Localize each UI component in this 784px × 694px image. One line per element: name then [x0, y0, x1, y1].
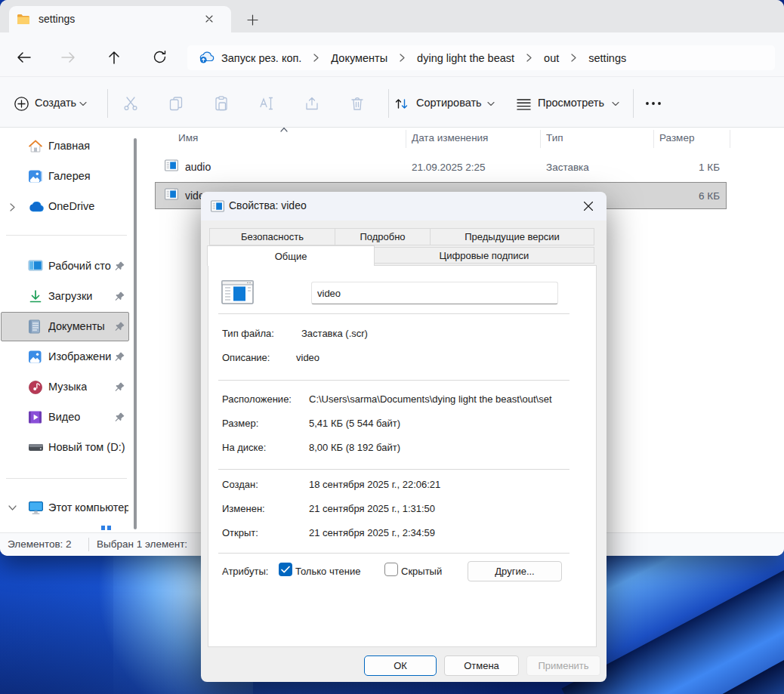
tab-general[interactable]: Общие — [207, 245, 375, 266]
screensaver-file-icon — [211, 200, 224, 212]
back-icon[interactable] — [15, 49, 32, 66]
refresh-icon[interactable] — [152, 49, 168, 65]
new-button[interactable]: Создать — [35, 97, 76, 109]
more-icon[interactable] — [645, 101, 662, 106]
videos-icon — [28, 410, 43, 425]
new-tab-button[interactable] — [247, 14, 258, 26]
home-icon — [28, 139, 43, 154]
sidebar-item-home[interactable]: Главная — [0, 132, 133, 161]
breadcrumb-item[interactable]: out — [544, 52, 559, 64]
sidebar-item-onedrive[interactable]: OneDrive — [0, 193, 133, 221]
tab-details[interactable]: Подробно — [335, 228, 431, 245]
chevron-right-icon[interactable] — [10, 203, 15, 211]
breadcrumb-item[interactable]: Запуск рез. коп. — [221, 52, 301, 64]
sidebar-item-label: Рабочий сто — [48, 260, 111, 272]
share-icon[interactable] — [304, 95, 320, 112]
file-date: 21.09.2025 2:25 — [412, 162, 486, 173]
field-label: Тип файла: — [222, 328, 274, 340]
readonly-label: Только чтение — [295, 566, 360, 578]
rename-icon[interactable] — [258, 95, 275, 112]
properties-dialog: Свойства: video Безопасность Подробно Пр… — [201, 192, 607, 682]
tab-close-icon[interactable] — [204, 14, 215, 24]
screensaver-file-icon — [165, 159, 178, 171]
tab-title: settings — [39, 13, 75, 25]
explorer-tab[interactable]: settings — [9, 6, 231, 32]
chevron-down-icon[interactable] — [8, 505, 17, 510]
pin-icon — [114, 412, 125, 423]
field-value: C:\Users\sarma\Documents\dying light the… — [309, 393, 552, 406]
tab-digital-signatures[interactable]: Цифровые подписи — [374, 247, 594, 264]
pin-icon — [114, 261, 125, 272]
up-icon[interactable] — [106, 49, 122, 66]
field-label: Изменен: — [222, 503, 265, 515]
column-header-type[interactable]: Тип — [546, 132, 563, 143]
gallery-icon — [28, 169, 43, 184]
ok-button[interactable]: ОК — [364, 655, 437, 676]
paste-icon[interactable] — [213, 95, 230, 112]
sidebar-item-this-pc[interactable]: Этот компьютер — [0, 494, 133, 523]
dialog-title: Свойства: video — [229, 199, 307, 211]
file-name: audio — [185, 161, 211, 173]
selection-status: Выбран 1 элемент: — [97, 538, 187, 550]
downloads-icon — [28, 289, 43, 304]
tab-previous-versions[interactable]: Предыдущие версии — [430, 228, 594, 245]
file-type: Заставка — [546, 162, 589, 173]
sidebar-item-pictures[interactable]: Изображени — [0, 343, 133, 372]
sidebar-item-gallery[interactable]: Галерея — [0, 162, 133, 191]
column-header-name[interactable]: Имя — [178, 132, 198, 143]
column-header-size[interactable]: Размер — [659, 132, 694, 143]
attributes-label: Атрибуты: — [222, 566, 268, 578]
new-item-icon[interactable] — [14, 96, 29, 112]
sort-ascending-icon[interactable] — [279, 126, 289, 133]
breadcrumb[interactable]: Запуск рез. коп. Документы dying light t… — [187, 45, 775, 70]
forward-icon[interactable] — [60, 49, 77, 66]
tab-bar: settings — [0, 0, 784, 32]
tab-security[interactable]: Безопасность — [209, 228, 335, 245]
screensaver-file-icon-large — [221, 280, 254, 304]
field-value: 18 сентября 2025 г., 22:06:21 — [309, 479, 440, 491]
field-value: 8,00 КБ (8 192 байт) — [309, 442, 400, 454]
breadcrumb-item[interactable]: settings — [588, 52, 626, 64]
file-size: 1 КБ — [604, 162, 720, 173]
sidebar-item-desktop[interactable]: Рабочий сто — [0, 252, 133, 281]
sidebar-item-downloads[interactable]: Загрузки — [0, 282, 133, 311]
field-value: 5,41 КБ (5 544 байт) — [309, 418, 400, 430]
view-button[interactable]: Просмотреть — [538, 97, 604, 109]
pin-icon — [114, 321, 125, 332]
navigation-bar: Запуск рез. коп. Документы dying light t… — [0, 32, 784, 76]
sort-button[interactable]: Сортировать — [416, 97, 482, 109]
sidebar-item-music[interactable]: Музыка — [0, 373, 133, 402]
pictures-icon — [28, 350, 43, 365]
computer-icon — [28, 501, 43, 516]
screensaver-file-icon — [165, 188, 178, 200]
column-header-date[interactable]: Дата изменения — [412, 132, 488, 143]
items-count: Элементов: 2 — [8, 538, 72, 550]
sidebar-item-videos[interactable]: Видео — [0, 403, 133, 432]
sidebar-item-label: Загрузки — [48, 290, 92, 302]
pin-icon — [114, 291, 125, 302]
sidebar-item-drive-d[interactable]: Новый том (D:) — [0, 433, 133, 462]
other-attributes-button[interactable]: Другие... — [468, 561, 562, 581]
sidebar-item-label: Этот компьютер — [48, 501, 128, 514]
sidebar-item-label: Музыка — [48, 381, 87, 393]
filename-input[interactable] — [311, 282, 558, 304]
delete-icon[interactable] — [349, 95, 366, 112]
hidden-checkbox[interactable] — [384, 563, 398, 576]
breadcrumb-item[interactable]: dying light the beast — [417, 52, 514, 64]
readonly-checkbox[interactable] — [279, 563, 292, 576]
sort-icon — [394, 97, 409, 111]
copy-icon[interactable] — [168, 95, 184, 112]
cancel-button[interactable]: Отмена — [444, 655, 519, 676]
field-value: video — [296, 352, 319, 364]
breadcrumb-item[interactable]: Документы — [331, 52, 387, 64]
onedrive-sync-icon — [199, 51, 215, 64]
chevron-right-icon — [400, 54, 405, 62]
field-label: Размер: — [222, 418, 258, 430]
apply-button[interactable]: Применить — [526, 655, 600, 676]
sidebar-scrollbar[interactable] — [134, 138, 137, 529]
sidebar-item-label: Главная — [48, 140, 90, 152]
cut-icon[interactable] — [122, 95, 139, 112]
sidebar-item-documents[interactable]: Документы — [0, 313, 133, 341]
chevron-down-icon — [487, 101, 495, 106]
dialog-close-icon[interactable] — [582, 200, 594, 212]
